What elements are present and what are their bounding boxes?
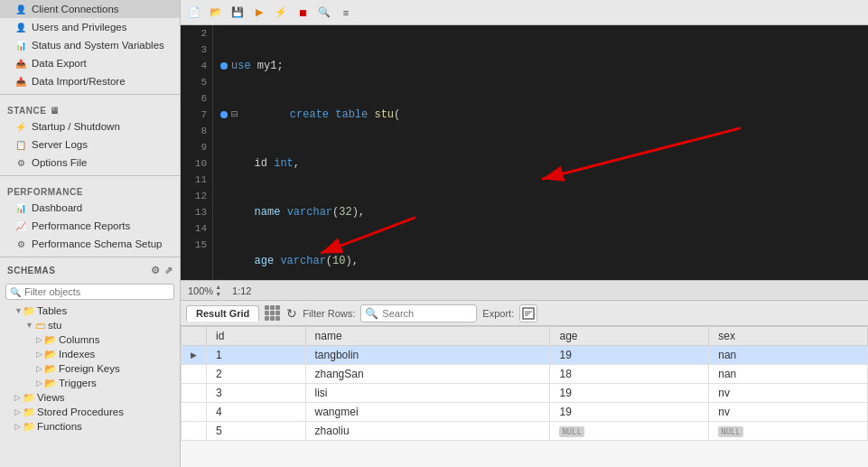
tree-item-stored-procedures[interactable]: ▷ 📁 Stored Procedures — [0, 405, 180, 419]
instance-section-header: STANCE 🖥 — [0, 102, 180, 117]
save-btn[interactable]: 💾 — [228, 4, 247, 22]
export-icon[interactable] — [519, 304, 537, 322]
collapse-3[interactable]: ⊟ — [231, 107, 238, 123]
col-name[interactable]: name — [305, 327, 550, 346]
status-icon: 📊 — [14, 39, 27, 51]
filter-input[interactable] — [5, 284, 174, 300]
sidebar-item-startup-shutdown[interactable]: ⚡ Startup / Shutdown — [0, 117, 180, 135]
cell-age: 19 — [550, 384, 709, 403]
bullet-3 — [220, 111, 228, 118]
tree-item-functions[interactable]: ▷ 📁 Functions — [0, 419, 180, 434]
export-icon: 📤 — [14, 57, 27, 70]
table-row[interactable]: 2zhangSan18nan — [182, 365, 868, 384]
refresh-icon[interactable]: ↻ — [286, 306, 297, 321]
table-header: id name age sex — [182, 327, 868, 346]
col-indicator — [182, 327, 207, 346]
cell-age: 18 — [550, 365, 709, 384]
filter-search-icon: 🔍 — [10, 287, 21, 297]
search-input[interactable] — [382, 308, 472, 319]
code-editor[interactable]: 2 3 4 5 6 7 8 9 10 11 12 13 14 15 use my… — [181, 25, 868, 280]
sidebar-item-users-privileges[interactable]: 👤 Users and Privileges — [0, 18, 180, 36]
zoom-control[interactable]: 100% ▲ ▼ — [188, 284, 221, 298]
foreign-keys-folder-icon: 📂 — [45, 363, 56, 374]
grid-view-icon[interactable] — [265, 305, 281, 322]
sidebar: 👤 Client Connections 👤 Users and Privile… — [0, 0, 181, 467]
tree-item-foreign-keys[interactable]: ▷ 📂 Foreign Keys — [0, 361, 180, 376]
sidebar-item-server-logs[interactable]: 📋 Server Logs — [0, 135, 180, 154]
null-badge: NULL — [718, 426, 743, 437]
zoom-down[interactable]: ▼ — [215, 291, 221, 298]
cursor-position: 1:12 — [232, 285, 251, 296]
cell-id: 5 — [207, 422, 306, 441]
zoom-up[interactable]: ▲ — [215, 284, 221, 291]
row-indicator — [182, 365, 207, 384]
stored-procs-folder-icon: 📁 — [23, 406, 34, 417]
result-table: id name age sex ▶1tangbolin19nan2zhangSa… — [181, 326, 868, 441]
code-lines: use my1; ⊟ create table stu( id int, nam… — [213, 25, 868, 280]
format-btn[interactable]: ≡ — [336, 4, 356, 22]
filter-rows-label: Filter Rows: — [303, 308, 355, 319]
sidebar-item-client-connections[interactable]: 👤 Client Connections — [0, 0, 180, 18]
row-indicator: ▶ — [182, 346, 207, 365]
tree-item-indexes[interactable]: ▷ 📂 Indexes — [0, 347, 180, 361]
sidebar-item-performance-reports[interactable]: 📈 Performance Reports — [0, 217, 180, 235]
sidebar-item-performance-schema[interactable]: ⚙ Performance Schema Setup — [0, 235, 180, 253]
cell-id: 2 — [207, 365, 306, 384]
divider-1 — [0, 94, 180, 95]
cell-sex: nan — [709, 365, 868, 384]
stu-expand-icon: ▼ — [25, 321, 34, 330]
stop-btn[interactable]: ⏹ — [293, 4, 313, 22]
row-indicator — [182, 384, 207, 403]
sidebar-item-dashboard[interactable]: 📊 Dashboard — [0, 199, 180, 217]
cell-id: 1 — [207, 346, 306, 365]
table-row[interactable]: 5zhaoliuNULLNULL — [182, 422, 868, 441]
zoom-label: 100% — [188, 285, 213, 296]
sidebar-item-options-file[interactable]: ⚙ Options File — [0, 154, 180, 172]
startup-icon: ⚡ — [14, 120, 27, 133]
cell-age: 19 — [550, 346, 709, 365]
stu-table-icon: 🗃 — [34, 320, 45, 331]
export-label: Export: — [482, 308, 514, 319]
table-row[interactable]: 4wangmei19nv — [182, 403, 868, 422]
run-btn[interactable]: ▶ — [249, 4, 269, 22]
tree-item-columns[interactable]: ▷ 📂 Columns — [0, 332, 180, 347]
schema-setup-icon: ⚙ — [14, 238, 27, 250]
sidebar-item-data-export[interactable]: 📤 Data Export — [0, 54, 180, 72]
tree-item-tables[interactable]: ▼ 📁 Tables — [0, 304, 180, 318]
cell-name: wangmei — [305, 403, 550, 422]
cell-name: zhaoliu — [305, 422, 550, 441]
schema-action-icons[interactable]: ⚙ ⇗ — [151, 265, 173, 276]
open-btn[interactable]: 📂 — [206, 4, 226, 22]
data-table[interactable]: id name age sex ▶1tangbolin19nan2zhangSa… — [181, 326, 868, 467]
schemas-header: SCHEMAS ⚙ ⇗ — [0, 261, 180, 280]
triggers-folder-icon: 📂 — [45, 378, 56, 388]
schema-refresh-icon[interactable]: ⇗ — [164, 265, 173, 276]
cell-age: NULL — [550, 422, 709, 441]
schema-settings-icon[interactable]: ⚙ — [151, 265, 161, 276]
result-grid-tab[interactable]: Result Grid — [186, 305, 259, 322]
zoom-arrows[interactable]: ▲ ▼ — [215, 284, 221, 298]
line-numbers: 2 3 4 5 6 7 8 9 10 11 12 13 14 15 — [181, 25, 213, 280]
run-selection-btn[interactable]: ⚡ — [271, 4, 291, 22]
filter-search-box[interactable]: 🔍 — [360, 304, 477, 322]
tree-item-views[interactable]: ▷ 📁 Views — [0, 390, 180, 405]
col-age[interactable]: age — [550, 327, 709, 346]
explain-btn[interactable]: 🔍 — [314, 4, 334, 22]
tree-item-stu[interactable]: ▼ 🗃 stu — [0, 318, 180, 332]
col-id[interactable]: id — [207, 327, 306, 346]
tree-item-triggers[interactable]: ▷ 📂 Triggers — [0, 376, 180, 390]
editor-toolbar: 📄 📂 💾 ▶ ⚡ ⏹ 🔍 ≡ — [181, 0, 868, 25]
new-file-btn[interactable]: 📄 — [184, 4, 204, 22]
code-line-6: age varchar(10), — [220, 253, 861, 269]
users-icon: 👤 — [14, 21, 27, 33]
table-row[interactable]: ▶1tangbolin19nan — [182, 346, 868, 365]
table-row[interactable]: 3lisi19nv — [182, 384, 868, 403]
sidebar-item-data-import[interactable]: 📥 Data Import/Restore — [0, 72, 180, 90]
views-folder-icon: 📁 — [23, 392, 34, 403]
cell-sex: nv — [709, 384, 868, 403]
sidebar-item-status-variables[interactable]: 📊 Status and System Variables — [0, 36, 180, 54]
functions-folder-icon: 📁 — [23, 421, 34, 432]
options-icon: ⚙ — [14, 156, 27, 169]
perf-reports-icon: 📈 — [14, 219, 27, 232]
col-sex[interactable]: sex — [709, 327, 868, 346]
